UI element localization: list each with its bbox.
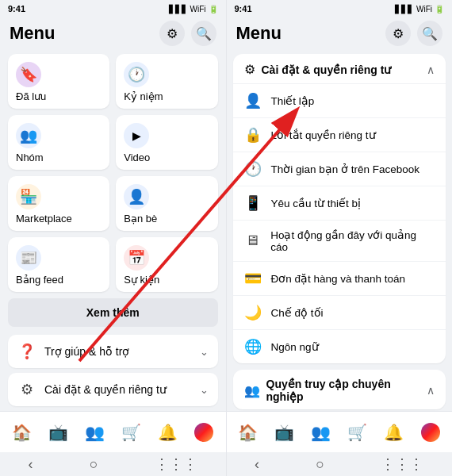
groups-label: Nhóm xyxy=(16,152,44,163)
right-panel-title: Menu xyxy=(236,23,282,44)
loi-tat-label: Lối tắt quyền riêng tư xyxy=(271,129,376,141)
battery-icon: 🔋 xyxy=(209,5,218,13)
lock-icon: 🔒 xyxy=(244,126,262,144)
video-icon: ▶ xyxy=(124,123,149,148)
nav-bell-right[interactable]: 🔔 xyxy=(376,412,412,452)
settings-row-hoat-dong[interactable]: 🖥 Hoạt động gần đây với quảng cáo xyxy=(233,220,446,261)
settings-group-header[interactable]: ⚙ Cài đặt & quyền riêng tư ∧ xyxy=(233,54,446,83)
search-icon-right[interactable]: 🔍 xyxy=(417,21,442,46)
menu-card-friends[interactable]: 👤 Bạn bè xyxy=(116,176,217,231)
menu-card-video[interactable]: ▶ Video xyxy=(116,115,217,170)
feed-icon: 📰 xyxy=(16,245,41,271)
menu-card-saved[interactable]: 🔖 Đã lưu xyxy=(8,54,109,109)
settings-row-loi-tat[interactable]: 🔒 Lối tắt quyền riêng tư xyxy=(233,117,446,152)
home-button-right[interactable]: ○ xyxy=(316,456,324,473)
help-section[interactable]: ❓ Trợ giúp & hỗ trợ ⌄ xyxy=(8,335,218,368)
avatar-left xyxy=(194,423,213,442)
view-more-button[interactable]: Xem thêm xyxy=(8,298,218,327)
settings-row-don-dat[interactable]: 💳 Đơn đặt hàng và thanh toán xyxy=(233,261,446,295)
search-icon-left[interactable]: 🔍 xyxy=(191,21,216,46)
nav-avatar-right[interactable] xyxy=(412,412,449,452)
help-icon: ❓ xyxy=(17,343,36,360)
nav-people-right[interactable]: 👥 xyxy=(303,412,339,452)
menu-card-feed[interactable]: 📰 Bảng feed xyxy=(8,237,109,292)
yeu-cau-label: Yêu cầu từ thiết bị xyxy=(271,197,362,209)
shop-icon: 🛒 xyxy=(121,423,141,442)
signal-icon: ▋▋▋ xyxy=(169,5,188,13)
hoat-dong-label: Hoạt động gần đây với quảng cáo xyxy=(270,228,435,253)
pro-access-group-title: Quyền truy cập chuyên nghiệp xyxy=(266,378,427,403)
payment-icon: 💳 xyxy=(244,270,262,287)
settings-row-yeu-cau[interactable]: 📱 Yêu cầu từ thiết bị xyxy=(233,186,446,220)
memories-icon: 🕐 xyxy=(124,62,149,87)
back-button-left[interactable]: ‹ xyxy=(29,456,33,473)
events-icon: 📅 xyxy=(124,245,149,271)
right-panel: 9:41 ▋▋▋ WiFi 🔋 Menu ⚙ 🔍 ⚙ Cài đ xyxy=(227,0,453,476)
clock-icon: 🕐 xyxy=(244,160,262,178)
menu-card-marketplace[interactable]: 🏪 Marketplace xyxy=(8,176,109,231)
settings-gear-icon: ⚙ xyxy=(244,62,255,77)
chevron-down-icon-2: ⌄ xyxy=(200,384,209,396)
gear-icon-right[interactable]: ⚙ xyxy=(385,21,411,46)
back-button-right[interactable]: ‹ xyxy=(255,456,259,473)
nav-home-right[interactable]: 🏠 xyxy=(230,412,266,452)
marketplace-label: Marketplace xyxy=(16,213,72,225)
settings-row-thiet-lap[interactable]: 👤 Thiết lập xyxy=(233,83,446,117)
recent-button-right[interactable]: ⋮⋮⋮ xyxy=(381,455,423,473)
left-sys-nav: ‹ ○ ⋮⋮⋮ xyxy=(0,452,226,476)
avatar-right xyxy=(421,423,440,442)
events-label: Sự kiện xyxy=(124,274,159,286)
moon-icon: 🌙 xyxy=(244,304,262,321)
nav-video-right[interactable]: 📺 xyxy=(266,412,303,452)
friends-label: Bạn bè xyxy=(124,213,157,225)
status-bar-right: 9:41 ▋▋▋ WiFi 🔋 xyxy=(227,0,453,17)
left-header-icons: ⚙ 🔍 xyxy=(159,21,216,46)
saved-icon: 🔖 xyxy=(16,62,41,87)
don-dat-label: Đơn đặt hàng và thanh toán xyxy=(271,272,406,285)
settings-row-ngon-ngu[interactable]: 🌐 Ngôn ngữ xyxy=(233,329,446,363)
friends-icon: 👤 xyxy=(124,184,149,209)
bell-icon: 🔔 xyxy=(158,423,178,442)
nav-video-left[interactable]: 📺 xyxy=(40,412,76,452)
nav-avatar-left[interactable] xyxy=(186,412,222,452)
chevron-down-icon: ⌄ xyxy=(200,346,209,358)
nav-people-left[interactable]: 👥 xyxy=(76,412,113,452)
settings-section[interactable]: ⚙ Cài đặt & quyền riêng tư ⌄ xyxy=(8,373,218,406)
gear-icon-left[interactable]: ⚙ xyxy=(159,21,185,46)
section-list: ❓ Trợ giúp & hỗ trợ ⌄ ⚙ Cài đặt & quyền … xyxy=(8,335,218,411)
left-panel-title: Menu xyxy=(10,23,55,44)
settings-row-thoi-gian[interactable]: 🕐 Thời gian bạn ở trên Facebook xyxy=(233,152,446,186)
settings-row-che-do[interactable]: 🌙 Chế độ tối xyxy=(233,295,446,329)
groups-icon: 👥 xyxy=(16,123,41,148)
recent-button-left[interactable]: ⋮⋮⋮ xyxy=(155,455,197,473)
left-panel: 9:41 ▋▋▋ WiFi 🔋 Menu ⚙ 🔍 🔖 Đã lưu xyxy=(0,0,226,476)
nav-marketplace-left[interactable]: 🛒 xyxy=(113,412,149,452)
saved-label: Đã lưu xyxy=(16,90,46,102)
menu-card-memories[interactable]: 🕐 Kỷ niệm xyxy=(116,54,217,109)
status-icons-right: ▋▋▋ WiFi 🔋 xyxy=(395,5,444,13)
menu-card-events[interactable]: 📅 Sự kiện xyxy=(116,237,217,292)
che-do-label: Chế độ tối xyxy=(271,306,324,319)
status-icons-left: ▋▋▋ WiFi 🔋 xyxy=(169,5,218,13)
pro-access-group-icon: 👥 xyxy=(244,383,260,398)
home-icon-right: 🏠 xyxy=(238,423,258,442)
right-header-icons: ⚙ 🔍 xyxy=(385,21,442,46)
nav-bell-left[interactable]: 🔔 xyxy=(149,412,186,452)
home-button-left[interactable]: ○ xyxy=(90,456,98,473)
nav-home-left[interactable]: 🏠 xyxy=(3,412,40,452)
people-icon-right: 👥 xyxy=(311,423,331,442)
pro-access-header[interactable]: 👥 Quyền truy cập chuyên nghiệp ∧ xyxy=(233,370,446,409)
left-scroll-area: 🔖 Đã lưu 🕐 Kỷ niệm 👥 Nhóm ▶ Video 🏪 xyxy=(0,51,226,411)
person-icon: 👤 xyxy=(244,92,262,109)
battery-icon-right: 🔋 xyxy=(435,5,444,13)
right-header: Menu ⚙ 🔍 xyxy=(227,17,453,51)
nav-marketplace-right[interactable]: 🛒 xyxy=(339,412,376,452)
wifi-icon-right: WiFi xyxy=(416,5,432,13)
signal-icon-right: ▋▋▋ xyxy=(395,5,414,13)
right-sys-nav: ‹ ○ ⋮⋮⋮ xyxy=(227,452,453,476)
status-bar-left: 9:41 ▋▋▋ WiFi 🔋 xyxy=(0,0,226,17)
help-label: Trợ giúp & hỗ trợ xyxy=(44,345,129,358)
settings-label: Cài đặt & quyền riêng tư xyxy=(44,383,167,396)
people-icon: 👥 xyxy=(85,423,105,442)
menu-card-groups[interactable]: 👥 Nhóm xyxy=(8,115,109,170)
